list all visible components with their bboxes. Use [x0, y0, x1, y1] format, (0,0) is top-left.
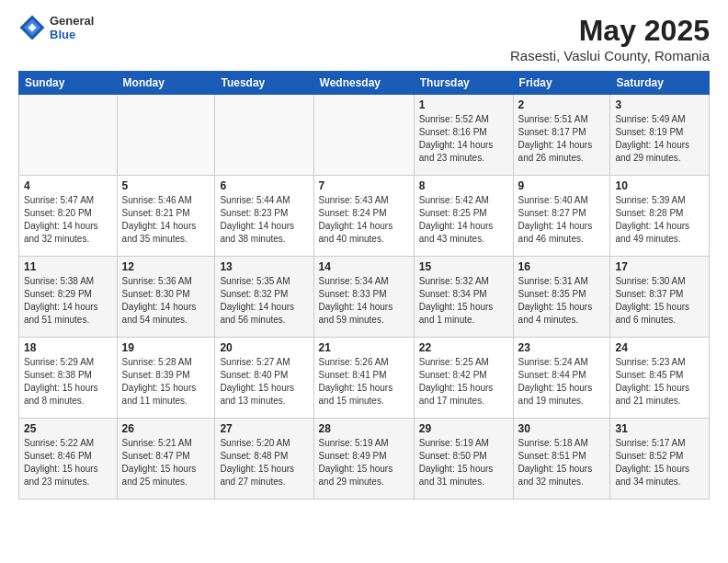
page: General Blue May 2025 Rasesti, Vaslui Co…	[0, 0, 728, 563]
main-title: May 2025	[510, 14, 710, 48]
calendar-cell: 8Sunrise: 5:42 AM Sunset: 8:25 PM Daylig…	[414, 176, 513, 257]
day-info: Sunrise: 5:36 AM Sunset: 8:30 PM Dayligh…	[122, 275, 210, 327]
day-number: 15	[419, 260, 508, 273]
day-info: Sunrise: 5:46 AM Sunset: 8:21 PM Dayligh…	[122, 194, 210, 246]
day-number: 4	[24, 179, 112, 192]
calendar-week-3: 18Sunrise: 5:29 AM Sunset: 8:38 PM Dayli…	[19, 338, 710, 419]
day-number: 13	[220, 260, 308, 273]
day-number: 6	[220, 179, 308, 192]
calendar-cell: 11Sunrise: 5:38 AM Sunset: 8:29 PM Dayli…	[19, 257, 118, 338]
weekday-header-tuesday: Tuesday	[215, 72, 313, 95]
day-number: 19	[122, 341, 210, 354]
day-number: 27	[220, 422, 308, 435]
calendar-cell: 17Sunrise: 5:30 AM Sunset: 8:37 PM Dayli…	[610, 257, 710, 338]
day-number: 17	[615, 260, 704, 273]
day-info: Sunrise: 5:21 AM Sunset: 8:47 PM Dayligh…	[122, 437, 210, 488]
calendar-cell: 18Sunrise: 5:29 AM Sunset: 8:38 PM Dayli…	[19, 338, 118, 419]
day-info: Sunrise: 5:35 AM Sunset: 8:32 PM Dayligh…	[220, 275, 308, 327]
day-info: Sunrise: 5:19 AM Sunset: 8:49 PM Dayligh…	[319, 437, 409, 488]
calendar-cell	[19, 95, 118, 176]
day-info: Sunrise: 5:20 AM Sunset: 8:48 PM Dayligh…	[220, 437, 308, 488]
day-number: 31	[615, 422, 704, 435]
calendar-cell	[215, 95, 313, 176]
calendar-cell: 19Sunrise: 5:28 AM Sunset: 8:39 PM Dayli…	[117, 338, 215, 419]
day-info: Sunrise: 5:25 AM Sunset: 8:42 PM Dayligh…	[419, 356, 508, 408]
day-info: Sunrise: 5:34 AM Sunset: 8:33 PM Dayligh…	[319, 275, 409, 327]
calendar-table: SundayMondayTuesdayWednesdayThursdayFrid…	[18, 71, 710, 500]
day-number: 24	[615, 341, 704, 354]
day-info: Sunrise: 5:28 AM Sunset: 8:39 PM Dayligh…	[122, 356, 210, 408]
calendar-cell: 24Sunrise: 5:23 AM Sunset: 8:45 PM Dayli…	[610, 338, 710, 419]
day-number: 21	[319, 341, 409, 354]
header: General Blue May 2025 Rasesti, Vaslui Co…	[18, 14, 710, 63]
day-info: Sunrise: 5:31 AM Sunset: 8:35 PM Dayligh…	[518, 275, 606, 327]
day-info: Sunrise: 5:42 AM Sunset: 8:25 PM Dayligh…	[419, 194, 508, 246]
calendar-cell: 23Sunrise: 5:24 AM Sunset: 8:44 PM Dayli…	[513, 338, 610, 419]
calendar-week-4: 25Sunrise: 5:22 AM Sunset: 8:46 PM Dayli…	[19, 419, 710, 500]
calendar-cell: 26Sunrise: 5:21 AM Sunset: 8:47 PM Dayli…	[117, 419, 215, 500]
logo-text: General Blue	[50, 14, 94, 41]
calendar-cell: 16Sunrise: 5:31 AM Sunset: 8:35 PM Dayli…	[513, 257, 610, 338]
calendar-cell	[117, 95, 215, 176]
logo-icon	[18, 14, 46, 41]
day-info: Sunrise: 5:26 AM Sunset: 8:41 PM Dayligh…	[319, 356, 409, 408]
day-info: Sunrise: 5:43 AM Sunset: 8:24 PM Dayligh…	[319, 194, 409, 246]
weekday-header-row: SundayMondayTuesdayWednesdayThursdayFrid…	[19, 72, 710, 95]
logo: General Blue	[18, 14, 94, 41]
weekday-header-friday: Friday	[513, 72, 610, 95]
day-info: Sunrise: 5:18 AM Sunset: 8:51 PM Dayligh…	[518, 437, 606, 488]
day-number: 18	[24, 341, 112, 354]
calendar-cell: 28Sunrise: 5:19 AM Sunset: 8:49 PM Dayli…	[313, 419, 414, 500]
day-info: Sunrise: 5:29 AM Sunset: 8:38 PM Dayligh…	[24, 356, 112, 408]
day-info: Sunrise: 5:47 AM Sunset: 8:20 PM Dayligh…	[24, 194, 112, 246]
calendar-cell	[313, 95, 414, 176]
day-info: Sunrise: 5:49 AM Sunset: 8:19 PM Dayligh…	[615, 113, 704, 165]
day-info: Sunrise: 5:27 AM Sunset: 8:40 PM Dayligh…	[220, 356, 308, 408]
day-number: 5	[122, 179, 210, 192]
logo-blue-text: Blue	[50, 28, 94, 41]
calendar-cell: 31Sunrise: 5:17 AM Sunset: 8:52 PM Dayli…	[610, 419, 710, 500]
calendar-cell: 22Sunrise: 5:25 AM Sunset: 8:42 PM Dayli…	[414, 338, 513, 419]
weekday-header-monday: Monday	[117, 72, 215, 95]
calendar-cell: 12Sunrise: 5:36 AM Sunset: 8:30 PM Dayli…	[117, 257, 215, 338]
day-number: 25	[24, 422, 112, 435]
day-number: 23	[518, 341, 606, 354]
day-number: 16	[518, 260, 606, 273]
day-info: Sunrise: 5:52 AM Sunset: 8:16 PM Dayligh…	[419, 113, 508, 165]
day-info: Sunrise: 5:30 AM Sunset: 8:37 PM Dayligh…	[615, 275, 704, 327]
day-info: Sunrise: 5:32 AM Sunset: 8:34 PM Dayligh…	[419, 275, 508, 327]
day-number: 26	[122, 422, 210, 435]
day-number: 1	[419, 98, 508, 111]
weekday-header-saturday: Saturday	[610, 72, 710, 95]
day-number: 22	[419, 341, 508, 354]
day-info: Sunrise: 5:24 AM Sunset: 8:44 PM Dayligh…	[518, 356, 606, 408]
day-number: 12	[122, 260, 210, 273]
day-info: Sunrise: 5:39 AM Sunset: 8:28 PM Dayligh…	[615, 194, 704, 246]
day-number: 3	[615, 98, 704, 111]
calendar-cell: 6Sunrise: 5:44 AM Sunset: 8:23 PM Daylig…	[215, 176, 313, 257]
calendar-cell: 5Sunrise: 5:46 AM Sunset: 8:21 PM Daylig…	[117, 176, 215, 257]
day-number: 7	[319, 179, 409, 192]
day-info: Sunrise: 5:51 AM Sunset: 8:17 PM Dayligh…	[518, 113, 606, 165]
calendar-cell: 30Sunrise: 5:18 AM Sunset: 8:51 PM Dayli…	[513, 419, 610, 500]
calendar-body: 1Sunrise: 5:52 AM Sunset: 8:16 PM Daylig…	[19, 95, 710, 500]
day-number: 2	[518, 98, 606, 111]
calendar-cell: 9Sunrise: 5:40 AM Sunset: 8:27 PM Daylig…	[513, 176, 610, 257]
calendar-header: SundayMondayTuesdayWednesdayThursdayFrid…	[19, 72, 710, 95]
weekday-header-thursday: Thursday	[414, 72, 513, 95]
weekday-header-sunday: Sunday	[19, 72, 118, 95]
calendar-cell: 21Sunrise: 5:26 AM Sunset: 8:41 PM Dayli…	[313, 338, 414, 419]
day-number: 20	[220, 341, 308, 354]
calendar-cell: 15Sunrise: 5:32 AM Sunset: 8:34 PM Dayli…	[414, 257, 513, 338]
day-info: Sunrise: 5:23 AM Sunset: 8:45 PM Dayligh…	[615, 356, 704, 408]
title-block: May 2025 Rasesti, Vaslui County, Romania	[510, 14, 710, 63]
day-info: Sunrise: 5:17 AM Sunset: 8:52 PM Dayligh…	[615, 437, 704, 488]
calendar-cell: 1Sunrise: 5:52 AM Sunset: 8:16 PM Daylig…	[414, 95, 513, 176]
calendar-cell: 2Sunrise: 5:51 AM Sunset: 8:17 PM Daylig…	[513, 95, 610, 176]
calendar-cell: 13Sunrise: 5:35 AM Sunset: 8:32 PM Dayli…	[215, 257, 313, 338]
day-info: Sunrise: 5:19 AM Sunset: 8:50 PM Dayligh…	[419, 437, 508, 488]
calendar-cell: 20Sunrise: 5:27 AM Sunset: 8:40 PM Dayli…	[215, 338, 313, 419]
calendar-cell: 25Sunrise: 5:22 AM Sunset: 8:46 PM Dayli…	[19, 419, 118, 500]
day-info: Sunrise: 5:38 AM Sunset: 8:29 PM Dayligh…	[24, 275, 112, 327]
calendar-cell: 4Sunrise: 5:47 AM Sunset: 8:20 PM Daylig…	[19, 176, 118, 257]
